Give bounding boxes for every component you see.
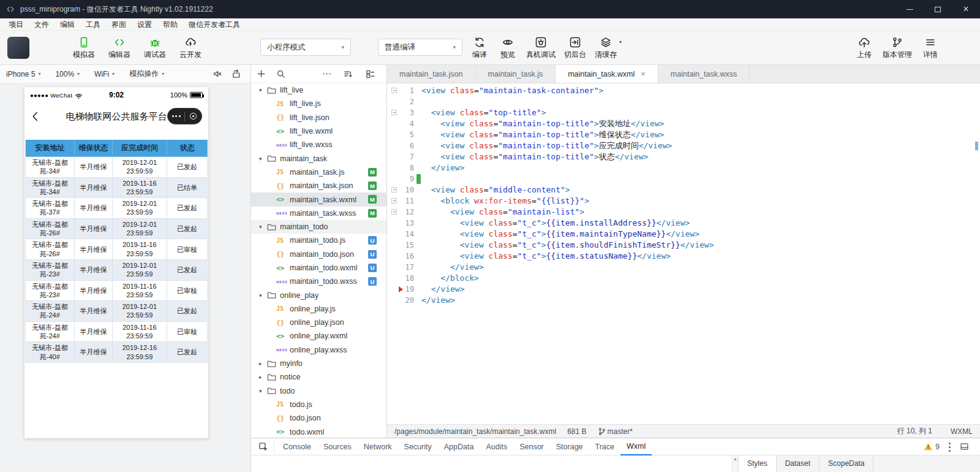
gutter[interactable]: 16 xyxy=(387,251,421,262)
wxml-subtab-styles[interactable]: Styles xyxy=(739,455,777,472)
menu-item[interactable]: 设置 xyxy=(132,18,157,31)
table-row[interactable]: 无锡市-益都苑-26#半月维保2019-12-01 23:59:59已发起 xyxy=(26,219,208,240)
tree-file[interactable]: JSmaintain_todo.jsU xyxy=(251,234,386,247)
gutter[interactable]: 10 xyxy=(387,185,421,196)
compile-button[interactable]: 编译 xyxy=(466,33,494,58)
gutter[interactable]: 12 xyxy=(387,207,421,218)
menu-item[interactable]: 文件 xyxy=(29,18,55,31)
debugger-tab-network[interactable]: Network xyxy=(358,438,398,455)
back-icon[interactable] xyxy=(31,110,39,123)
gutter[interactable]: 5 xyxy=(387,129,421,140)
fold-marker-icon[interactable] xyxy=(391,110,397,115)
code-line[interactable]: 11 <block wx:for-items="{{list}}"> xyxy=(387,196,980,207)
avatar[interactable] xyxy=(7,37,29,59)
close-tab-icon[interactable]: × xyxy=(641,69,646,78)
table-row[interactable]: 无锡市-益都苑-37#半月维保2019-12-01 23:59:59已发起 xyxy=(26,198,208,219)
debugger-tab-storage[interactable]: Storage xyxy=(550,438,589,455)
gutter[interactable]: 7 xyxy=(387,151,421,162)
gutter[interactable]: 19 xyxy=(387,284,421,295)
code-line[interactable]: 20</view> xyxy=(387,295,980,306)
preview-button[interactable]: 预览 xyxy=(494,33,522,58)
gutter[interactable]: 15 xyxy=(387,240,421,251)
fold-marker-icon[interactable] xyxy=(391,198,397,204)
collapse-all-icon[interactable] xyxy=(366,69,375,78)
gutter[interactable]: 11 xyxy=(387,196,421,207)
scrollbar[interactable]: ▲ xyxy=(732,455,739,472)
fold-marker-icon[interactable] xyxy=(391,209,397,215)
gutter[interactable]: 13 xyxy=(387,218,421,229)
search-icon[interactable] xyxy=(276,69,285,78)
table-row[interactable]: 无锡市-益都苑-26#半月维保2019-11-16 23:59:59已审核 xyxy=(26,239,208,260)
tree-folder[interactable]: ▾maintain_task xyxy=(251,151,386,165)
debugger-tab-trace[interactable]: Trace xyxy=(589,438,621,455)
simulate-actions-select[interactable]: 模拟操作▾ xyxy=(129,69,164,79)
gutter[interactable]: 4 xyxy=(387,118,421,129)
wechat-capsule[interactable] xyxy=(167,108,202,124)
editor-tab[interactable]: maintain_task.js xyxy=(476,65,556,83)
gutter[interactable]: 3 xyxy=(387,107,421,118)
code-line[interactable]: 13 <view class="t_c">{{item.installAddre… xyxy=(387,218,980,229)
tree-file[interactable]: wxssmaintain_todo.wxssU xyxy=(251,275,386,288)
cursor-position[interactable]: 行 10, 列 1 xyxy=(897,426,932,436)
code-line[interactable]: 12 <view class="maintain-list"> xyxy=(387,207,980,218)
code-line[interactable]: 1<view class="maintain-task-container"> xyxy=(387,85,980,96)
tree-file[interactable]: {}lift_live.json xyxy=(251,111,386,124)
tree-file[interactable]: {}todo.json xyxy=(251,411,386,425)
inspect-icon[interactable] xyxy=(256,441,274,452)
code-line[interactable]: 16 <view class="t_c">{{item.statusName}}… xyxy=(387,251,980,262)
menu-item[interactable]: 帮助 xyxy=(157,18,183,31)
editor-tab[interactable]: maintain_task.wxss xyxy=(658,65,750,83)
tree-folder[interactable]: ▾todo xyxy=(251,384,386,398)
code-line[interactable]: 9 xyxy=(387,173,980,185)
code-line[interactable]: 14 <view class="t_c">{{item.maintainType… xyxy=(387,229,980,240)
menu-item[interactable]: 编辑 xyxy=(55,18,80,31)
table-row[interactable]: 无锡市-益都苑-34#半月维保2019-12-01 23:59:59已发起 xyxy=(26,157,208,178)
tree-folder[interactable]: ▾online_play xyxy=(251,288,386,302)
rotate-icon[interactable] xyxy=(232,69,241,78)
debugger-tab-appdata[interactable]: AppData xyxy=(438,438,480,455)
close-button[interactable]: × xyxy=(952,0,980,18)
kebab-menu-icon[interactable] xyxy=(948,442,951,452)
gutter[interactable]: 1 xyxy=(387,85,421,96)
menu-item[interactable]: 微信开发者工具 xyxy=(183,18,246,31)
debugger-tab-sources[interactable]: Sources xyxy=(317,438,358,455)
tree-file[interactable]: {}maintain_task.jsonM xyxy=(251,179,386,192)
fold-marker-icon[interactable] xyxy=(391,88,397,93)
editor-tab[interactable]: maintain_task.wxml× xyxy=(556,65,658,83)
tree-file[interactable]: <>maintain_todo.wxmlU xyxy=(251,261,386,275)
git-branch-label[interactable]: master* xyxy=(608,427,633,436)
tree-file[interactable]: {}online_play.json xyxy=(251,316,386,329)
tree-folder[interactable]: ▾maintain_todo xyxy=(251,220,386,234)
gutter[interactable]: 6 xyxy=(387,140,421,151)
table-row[interactable]: 无锡市-益都苑-24#半月维保2019-11-16 23:59:59已审核 xyxy=(26,322,208,343)
zoom-select[interactable]: 100%▾ xyxy=(55,70,80,78)
table-row[interactable]: 无锡市-益都苑-23#半月维保2019-12-01 23:59:59已发起 xyxy=(26,260,208,281)
code-line[interactable]: 5 <view class="maintain-top-title">维保状态<… xyxy=(387,129,980,140)
compile-select[interactable]: 普通编译 ▾ xyxy=(378,39,462,56)
code-line[interactable]: 3 <view class="top-title"> xyxy=(387,107,980,118)
gutter[interactable]: 20 xyxy=(387,295,421,306)
remote-debug-button[interactable]: 真机调试 xyxy=(522,33,560,58)
code-line[interactable]: 7 <view class="maintain-top-title">状态</v… xyxy=(387,151,980,162)
debugger-tab-audits[interactable]: Audits xyxy=(480,438,513,455)
debugger-tab-wxml[interactable]: Wxml xyxy=(620,438,652,455)
tree-file[interactable]: wxssonline_play.wxss xyxy=(251,343,386,357)
tree-file[interactable]: <>online_play.wxml xyxy=(251,329,386,343)
tree-file[interactable]: wxssmaintain_task.wxssM xyxy=(251,207,386,220)
clear-cache-button[interactable]: ▾清缓存 xyxy=(590,33,621,58)
tree-folder[interactable]: ▸notice xyxy=(251,370,386,384)
code-line[interactable]: 18 </block> xyxy=(387,273,980,284)
code-line[interactable]: 2 xyxy=(387,96,980,107)
table-row[interactable]: 无锡市-益都苑-34#半月维保2019-11-16 23:59:59已结单 xyxy=(26,178,208,199)
gutter[interactable]: 18 xyxy=(387,273,421,284)
gutter[interactable]: 2 xyxy=(387,96,421,107)
editor-button[interactable]: 编辑器 xyxy=(102,33,137,58)
code-line[interactable]: 8 </view> xyxy=(387,162,980,173)
menu-item[interactable]: 项目 xyxy=(3,18,29,31)
cloud-dev-button[interactable]: 云开发 xyxy=(173,33,208,58)
tree-file[interactable]: JStodo.js xyxy=(251,398,386,411)
more-icon[interactable] xyxy=(322,69,331,78)
add-file-icon[interactable] xyxy=(257,69,266,78)
wxml-subtab-scopedata[interactable]: ScopeData xyxy=(820,455,873,472)
version-button[interactable]: 版本管理 xyxy=(878,33,916,58)
